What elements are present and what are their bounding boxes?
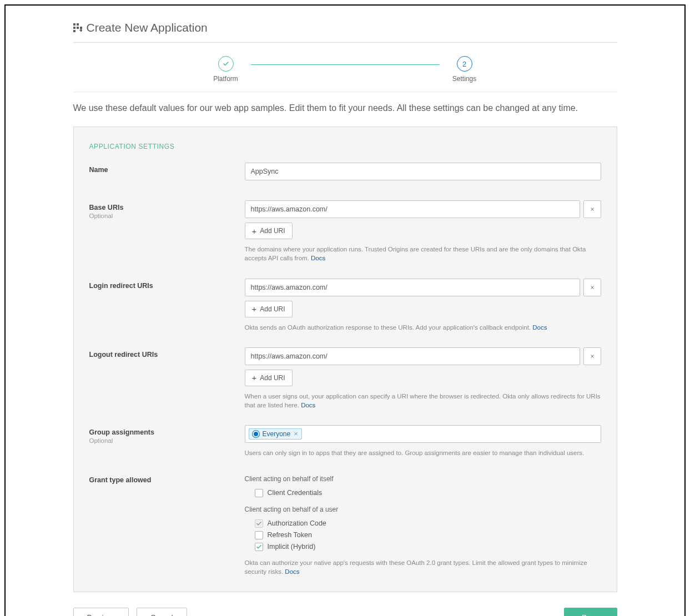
remove-logout-uri-button[interactable] — [583, 347, 601, 365]
plus-icon: + — [252, 227, 257, 235]
step-settings-circle: 2 — [457, 56, 472, 72]
grant-authorization-code-label: Authorization Code — [268, 519, 326, 527]
remove-base-uri-button[interactable] — [583, 200, 601, 218]
step-platform: Platform — [201, 56, 251, 83]
login-uris-helper: Okta sends an OAuth authorization respon… — [245, 323, 601, 332]
group-assign-helper: Users can only sign in to apps that they… — [245, 448, 601, 457]
step-connector — [251, 64, 440, 65]
add-base-uri-label: Add URI — [260, 227, 285, 235]
name-input[interactable] — [245, 163, 601, 180]
add-logout-uri-button[interactable]: + Add URI — [245, 370, 293, 386]
checkbox-icon — [255, 531, 263, 539]
plus-icon: + — [252, 305, 257, 313]
grant-authorization-code[interactable]: Authorization Code — [245, 518, 601, 529]
checkbox-checked-icon — [255, 543, 263, 551]
svg-rect-1 — [77, 23, 79, 26]
step-platform-label: Platform — [213, 75, 238, 83]
page-title: Create New Application — [87, 21, 208, 34]
svg-rect-2 — [73, 27, 75, 29]
add-logout-uri-label: Add URI — [260, 374, 285, 382]
step-settings: 2 Settings — [440, 56, 490, 83]
previous-button[interactable]: Previous — [73, 608, 129, 616]
grant-docs-link[interactable]: Docs — [285, 568, 299, 575]
logout-uris-helper: When a user signs out, your application … — [245, 392, 601, 410]
remove-group-icon[interactable]: × — [294, 430, 298, 437]
grant-implicit-hybrid-label: Implicit (Hybrid) — [268, 543, 316, 551]
group-assign-label: Group assignments Optional — [89, 425, 245, 444]
grant-helper: Okta can authorize your native app's req… — [245, 558, 601, 576]
grant-client-credentials[interactable]: Client Credentials — [245, 487, 601, 499]
step-platform-circle — [218, 56, 234, 72]
base-uris-docs-link[interactable]: Docs — [311, 255, 325, 261]
plus-icon: + — [252, 373, 257, 382]
cancel-button[interactable]: Cancel — [137, 608, 187, 616]
settings-panel: APPLICATION SETTINGS Name Base URIs Opti… — [73, 127, 617, 592]
grant-label: Grant type allowed — [89, 473, 245, 484]
base-uris-label-text: Base URIs — [89, 204, 124, 211]
intro-text: We use these default values for our web … — [73, 102, 617, 114]
grant-self-title: Client acting on behalf of itself — [245, 475, 601, 483]
grant-refresh-token[interactable]: Refresh Token — [245, 529, 601, 541]
logout-uris-label: Logout redirect URIs — [89, 347, 245, 359]
group-icon — [253, 431, 259, 437]
name-label: Name — [89, 163, 245, 174]
group-assign-input[interactable]: Everyone × — [245, 425, 601, 443]
svg-rect-0 — [73, 23, 75, 26]
grant-user-title: Client acting on behalf of a user — [245, 506, 601, 513]
add-login-uri-label: Add URI — [260, 305, 285, 313]
login-uris-label: Login redirect URIs — [89, 279, 245, 290]
svg-rect-3 — [77, 27, 79, 29]
group-assign-label-text: Group assignments — [89, 428, 154, 436]
logout-uris-docs-link[interactable]: Docs — [301, 402, 315, 408]
add-base-uri-button[interactable]: + Add URI — [245, 223, 293, 239]
login-uris-docs-link[interactable]: Docs — [532, 324, 547, 331]
add-login-uri-button[interactable]: + Add URI — [245, 301, 293, 317]
done-button[interactable]: Done — [564, 608, 617, 616]
remove-login-uri-button[interactable] — [583, 279, 601, 296]
checkbox-icon — [255, 489, 263, 497]
grant-refresh-token-label: Refresh Token — [268, 531, 312, 539]
base-uris-optional: Optional — [89, 213, 245, 219]
group-assign-optional: Optional — [89, 437, 245, 444]
section-title: APPLICATION SETTINGS — [89, 143, 601, 150]
group-tag-label: Everyone — [263, 430, 291, 438]
grant-client-credentials-label: Client Credentials — [268, 489, 323, 497]
stepper: Platform 2 Settings — [73, 53, 617, 92]
grant-implicit-hybrid[interactable]: Implicit (Hybrid) — [245, 541, 601, 553]
svg-rect-4 — [80, 27, 82, 29]
checkbox-checked-disabled-icon — [255, 519, 263, 528]
base-uri-input[interactable] — [245, 200, 580, 218]
base-uris-label: Base URIs Optional — [89, 200, 245, 219]
group-tag-everyone[interactable]: Everyone × — [249, 428, 302, 440]
base-uris-helper: The domains where your application runs.… — [245, 245, 601, 262]
svg-rect-5 — [73, 30, 75, 32]
login-uri-input[interactable] — [245, 279, 580, 296]
apps-grid-icon — [73, 23, 82, 32]
logout-uri-input[interactable] — [245, 347, 580, 365]
step-settings-label: Settings — [452, 75, 476, 83]
